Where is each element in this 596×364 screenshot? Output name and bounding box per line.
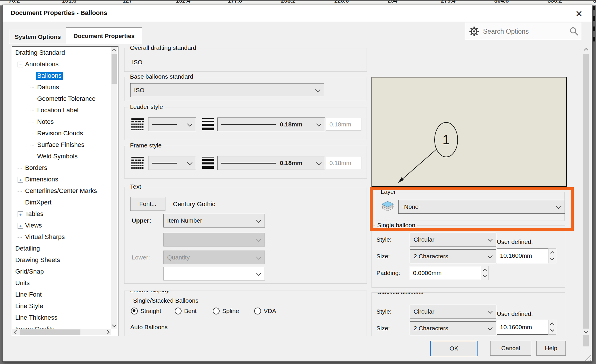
help-button[interactable]: Help bbox=[536, 341, 566, 356]
single-padding-spinner[interactable] bbox=[481, 266, 489, 280]
stacked-style-select[interactable]: Circular bbox=[410, 305, 496, 318]
tree-item-label: Image Quality bbox=[14, 325, 56, 329]
tree-item-label: Detailing bbox=[14, 244, 42, 253]
close-button[interactable]: × bbox=[571, 6, 587, 21]
ruler-number: 152.4 bbox=[176, 0, 190, 4]
tree-item-line-thickness[interactable]: Line Thickness bbox=[12, 312, 111, 323]
radio-spline[interactable]: Spline bbox=[213, 308, 239, 314]
radio-bent[interactable]: Bent bbox=[175, 308, 197, 314]
ruler-number: 254 bbox=[388, 0, 397, 4]
tree-item-geometric-tolerance[interactable]: Geometric Tolerance bbox=[12, 93, 111, 105]
tree-item-location-label[interactable]: Location Label bbox=[12, 105, 111, 116]
radio-straight[interactable]: Straight bbox=[131, 308, 161, 314]
tree-item-label: Location Label bbox=[36, 106, 80, 114]
size-label: Size: bbox=[376, 253, 390, 260]
tree-item-views[interactable]: +Views bbox=[12, 220, 111, 231]
tree-line bbox=[20, 53, 20, 238]
ok-button[interactable]: OK bbox=[430, 341, 478, 356]
frame-line-style-select[interactable] bbox=[148, 156, 196, 170]
scroll-down-button[interactable] bbox=[111, 322, 117, 329]
radio-button-icon[interactable] bbox=[213, 308, 220, 314]
tree-item-detailing[interactable]: Detailing bbox=[12, 243, 111, 254]
options-vertical-scrollbar[interactable] bbox=[582, 46, 589, 335]
font-button[interactable]: Font... bbox=[130, 197, 165, 211]
tree-item-datums[interactable]: Datums bbox=[12, 81, 111, 93]
radio-button-icon[interactable] bbox=[254, 308, 261, 314]
stacked-user-defined-spinner[interactable] bbox=[548, 320, 556, 335]
scroll-thumb[interactable] bbox=[583, 54, 589, 346]
tree-vertical-scrollbar[interactable] bbox=[111, 47, 117, 329]
tree-item-image-quality[interactable]: Image Quality bbox=[12, 323, 111, 329]
tree-item-units[interactable]: Units bbox=[12, 277, 111, 289]
expand-icon[interactable]: + bbox=[18, 223, 23, 229]
style-label: Style: bbox=[376, 308, 392, 315]
group-legend: Overall drafting standard bbox=[128, 44, 198, 51]
tree-item-drafting-standard[interactable]: Drafting Standard bbox=[12, 47, 111, 58]
scroll-up-button[interactable] bbox=[583, 46, 589, 53]
tree-item-centerlines-center-marks[interactable]: Centerlines/Center Marks bbox=[12, 185, 111, 197]
collapse-icon[interactable]: − bbox=[18, 62, 23, 67]
chevron-down-icon bbox=[487, 253, 493, 258]
base-standard-select[interactable]: ISO bbox=[130, 83, 324, 97]
radio-vda[interactable]: VDA bbox=[254, 308, 276, 314]
frame-thickness-input[interactable] bbox=[326, 157, 361, 169]
spinner-up-icon bbox=[483, 269, 487, 273]
chevron-down-icon bbox=[187, 160, 192, 165]
single-size-select[interactable]: 2 Characters bbox=[410, 249, 496, 263]
expand-icon[interactable]: + bbox=[18, 177, 23, 183]
tree-item-borders[interactable]: Borders bbox=[12, 162, 111, 174]
radio-button-icon[interactable] bbox=[131, 308, 138, 314]
group-legend: Layer bbox=[379, 188, 398, 195]
spinner-up-icon bbox=[550, 251, 554, 255]
scroll-thumb[interactable] bbox=[112, 54, 117, 84]
tree-line bbox=[18, 237, 22, 238]
tree-item-line-style[interactable]: Line Style bbox=[12, 300, 111, 312]
tree-item-tables[interactable]: +Tables bbox=[12, 208, 111, 220]
expand-icon[interactable]: + bbox=[18, 211, 23, 217]
tree-item-balloons[interactable]: Balloons bbox=[12, 70, 111, 81]
upper-select[interactable]: Item Number bbox=[163, 214, 265, 227]
tree-item-revision-clouds[interactable]: Revision Clouds bbox=[12, 128, 111, 139]
single-user-defined-input[interactable] bbox=[497, 248, 550, 263]
tree-item-line-font[interactable]: Line Font bbox=[12, 289, 111, 300]
resize-grip[interactable] bbox=[585, 354, 591, 361]
scroll-down-button[interactable] bbox=[583, 329, 589, 335]
overall-standard-group: Overall drafting standard ISO bbox=[124, 48, 367, 72]
tab-document-properties[interactable]: Document Properties bbox=[66, 27, 142, 44]
tree-item-drawing-sheets[interactable]: Drawing Sheets bbox=[12, 254, 111, 266]
lower-secondary-select[interactable] bbox=[163, 267, 265, 280]
scroll-right-button[interactable] bbox=[105, 329, 111, 335]
selected-value: -None- bbox=[402, 203, 420, 210]
tree-item-dimensions[interactable]: +Dimensions bbox=[12, 174, 111, 185]
search-input[interactable] bbox=[482, 27, 569, 36]
tree-item-surface-finishes[interactable]: Surface Finishes bbox=[12, 139, 111, 151]
balloon-preview: 1 bbox=[371, 77, 567, 187]
scroll-left-button[interactable] bbox=[12, 329, 19, 335]
tree-item-notes[interactable]: Notes bbox=[12, 116, 111, 128]
scroll-thumb[interactable] bbox=[20, 329, 80, 335]
tree-item-weld-symbols[interactable]: Weld Symbols bbox=[12, 151, 111, 162]
single-padding-input[interactable] bbox=[410, 266, 483, 280]
frame-thickness-select[interactable]: 0.18mm bbox=[217, 156, 325, 170]
scroll-up-button[interactable] bbox=[111, 47, 117, 53]
leader-line-style-select[interactable] bbox=[148, 117, 196, 131]
tree-item-dimxpert[interactable]: DimXpert bbox=[12, 197, 111, 208]
cancel-button[interactable]: Cancel bbox=[490, 341, 531, 356]
chevron-left-icon bbox=[14, 330, 18, 334]
tree-item-grid-snap[interactable]: Grid/Snap bbox=[12, 266, 111, 277]
radio-button-icon[interactable] bbox=[175, 308, 182, 314]
tree-horizontal-scrollbar[interactable] bbox=[12, 329, 111, 335]
leader-thickness-input[interactable] bbox=[326, 118, 361, 131]
search-options-box[interactable] bbox=[465, 23, 581, 40]
chevron-down-icon bbox=[256, 236, 261, 242]
tree-item-annotations[interactable]: −Annotations bbox=[12, 58, 111, 70]
single-user-defined-spinner[interactable] bbox=[548, 248, 556, 263]
tab-system-options[interactable]: System Options bbox=[9, 30, 66, 44]
tree-item-label: Virtual Sharps bbox=[24, 233, 66, 241]
stacked-user-defined-input[interactable] bbox=[497, 320, 550, 335]
tree-item-virtual-sharps[interactable]: Virtual Sharps bbox=[12, 231, 111, 243]
layer-select[interactable]: -None- bbox=[398, 200, 565, 214]
leader-thickness-select[interactable]: 0.18mm bbox=[217, 117, 325, 131]
single-style-select[interactable]: Circular bbox=[410, 233, 496, 247]
stacked-size-select[interactable]: 2 Characters bbox=[410, 321, 496, 335]
